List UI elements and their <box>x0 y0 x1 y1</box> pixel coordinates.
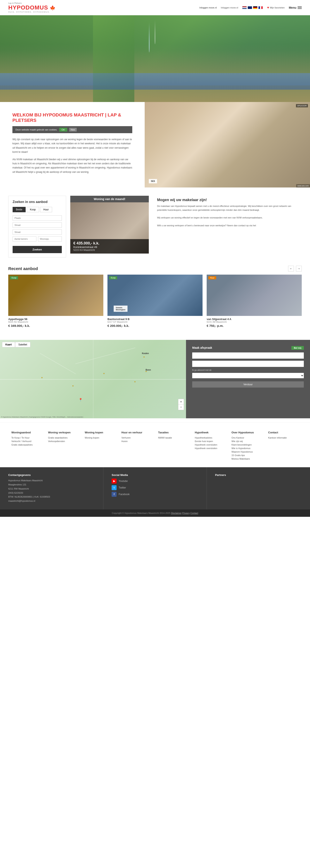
footer-link[interactable]: NWWI taxatie <box>158 436 189 439</box>
footer-col-title: Woningaanbod <box>11 431 42 434</box>
makelaar-title: Mogen wij uw makelaar zijn! <box>157 198 298 202</box>
footer-link[interactable]: Ons Kantoor <box>231 436 262 439</box>
property-address: van Slijpestraat 4 A <box>207 317 302 321</box>
search-street2-field <box>12 229 62 235</box>
place-input[interactable] <box>12 215 62 221</box>
arrow-right[interactable]: → <box>296 266 302 272</box>
favorites-link[interactable]: ♥ Mijn favorieten <box>267 6 285 9</box>
footer-link[interactable]: Klant beoordelingen <box>231 443 262 446</box>
property-card: Huur van Slijpestraat 4 A 6215 3M Maastr… <box>207 275 302 328</box>
footer-link[interactable]: Verhuren <box>121 436 152 439</box>
hero-image <box>0 15 310 102</box>
welcome-paragraph-2: Als NVM makelaar uit Maastricht bieden w… <box>12 157 132 174</box>
footer-column: Over HypodomusOns KantoorWie zijn wijKla… <box>228 431 265 461</box>
zoom-out-button[interactable]: − <box>178 404 184 410</box>
tab-rent[interactable]: Huur <box>40 207 52 212</box>
map-tab-kaart[interactable]: Kaart <box>2 342 15 347</box>
contact-phone-input[interactable] <box>192 361 304 367</box>
tab-buy[interactable]: Koop <box>27 207 39 212</box>
search-button[interactable]: Zoeken <box>12 246 62 253</box>
flags <box>242 6 263 9</box>
search-tabs: Beide Koop Huur <box>12 207 62 212</box>
footer-link[interactable]: Kantoor informatie <box>268 436 299 439</box>
footer-link[interactable]: Gratis stakoopadvies <box>11 443 42 446</box>
welcome-left: WELKOM BIJ HYPODOMUS MAASTRICHT | LAP & … <box>0 102 145 187</box>
rooms-input[interactable] <box>12 237 36 242</box>
welcome-right-image: SPILKOOR SES www.ses.com <box>145 102 310 187</box>
footer-link[interactable]: 15 Gratis tips <box>231 454 262 457</box>
social-item-facebook[interactable]: f Facebook <box>112 492 198 497</box>
footer-link[interactable]: Hypotheekadvies <box>195 436 225 439</box>
facebook-icon: f <box>112 492 117 497</box>
street-input[interactable] <box>12 222 62 228</box>
footer-social-area: Social Media ▶ Youtube t Twitter f Faceb… <box>103 467 206 509</box>
footer-link[interactable]: Verkocht / Verhuurd <box>11 440 42 442</box>
social-item-youtube[interactable]: ▶ Youtube <box>112 478 198 484</box>
flag-de[interactable] <box>253 6 257 9</box>
bel-mij-button[interactable]: Bel mij <box>291 346 304 350</box>
property-image: Koop SmeetsWonington <box>108 275 202 316</box>
search-box: Zoeken in ons aanbod Beide Koop Huur Zoe… <box>8 196 66 257</box>
featured-city: 5215 KA Maastricht <box>73 249 146 251</box>
property-price: € 349.000,- k.k. <box>8 324 103 328</box>
social-item-twitter[interactable]: t Twitter <box>112 485 198 490</box>
login-label: Inloggen move.nl <box>221 6 238 9</box>
twitter-icon: t <box>112 485 117 490</box>
tab-both[interactable]: Beide <box>12 207 26 212</box>
property-city: 6025 KE Maastricht <box>8 321 103 323</box>
featured-label: Woning van de maand! <box>70 196 149 202</box>
login-link[interactable]: Inloggen move.nl <box>199 6 217 9</box>
property-badge: Koop <box>10 276 18 279</box>
contact-agree-select[interactable] <box>192 373 304 378</box>
footer-partners-title: Partners <box>215 473 302 476</box>
van-logo: SmeetsWonington <box>114 306 128 312</box>
footer-partners-area: Partners <box>207 467 310 509</box>
footer-column: TaxatiesNWWI taxatie <box>155 431 192 461</box>
map-section: Keulen Bonn 📍 + − © Hypodomus Makelaars … <box>0 340 310 418</box>
cookie-nee-button[interactable]: Nee <box>69 128 77 131</box>
search-street-field <box>12 222 62 228</box>
footer-col-title: Over Hypodomus <box>231 431 262 434</box>
footer-link[interactable]: Gratis waardadvies <box>48 436 79 439</box>
spilkoor-badge: SPILKOOR <box>296 104 308 107</box>
menu-button[interactable]: Menu <box>289 6 302 9</box>
property-card: Koop SmeetsWonington Bastionstraat 9 B 6… <box>108 275 202 328</box>
featured-image: Woning van de maand! € 435.000,- k.k. Ko… <box>70 196 149 253</box>
flag-nl[interactable] <box>242 6 247 9</box>
flag-gb[interactable] <box>248 6 252 9</box>
footer-link[interactable]: Woning kopen <box>85 436 115 439</box>
footer-link[interactable]: Moeius Makelaars <box>231 458 262 460</box>
social-items: ▶ Youtube t Twitter f Facebook <box>112 478 198 497</box>
privacy-link[interactable]: Privacy <box>182 512 190 514</box>
map-attribution: © Hypodomus Makelaars Maastricht | Kaart… <box>1 416 83 418</box>
footer-link[interactable]: Wie zijn wij <box>231 440 262 442</box>
footer-link[interactable]: Eerste huis kopen <box>195 440 225 442</box>
contact-link[interactable]: Contact <box>190 512 198 514</box>
contact-submit-button[interactable]: Verstuur <box>192 381 304 388</box>
zoom-in-button[interactable]: + <box>178 399 184 404</box>
footer-link[interactable]: Hypotheek oversluiten <box>195 443 225 446</box>
flag-fr[interactable] <box>258 6 263 9</box>
map-tab-satellite[interactable]: Satelliet <box>15 342 31 347</box>
footer-link[interactable]: Verkoopdiensten <box>48 440 79 442</box>
footer-link[interactable]: Hypotheek oversluiten <box>195 447 225 450</box>
street2-input[interactable] <box>12 229 62 235</box>
footer-link[interactable]: Te Koop / Te Huur <box>11 436 42 439</box>
footer-link[interactable]: Wie is Hypodomus <box>231 447 262 450</box>
featured-street: Koninksemstraat 49 <box>73 246 146 249</box>
disclaimer-link[interactable]: Disclaimer <box>171 512 181 514</box>
welcome-section: WELKOM BIJ HYPODOMUS MAASTRICHT | LAP & … <box>0 102 310 187</box>
middle-section: Zoeken in ons aanbod Beide Koop Huur Zoe… <box>0 187 310 261</box>
map-tabs: Kaart Satelliet <box>2 342 30 347</box>
footer-link[interactable]: Huren <box>121 440 152 442</box>
arrow-left[interactable]: ← <box>288 266 294 272</box>
woonopp-input[interactable] <box>38 237 62 242</box>
contact-panel: Maak afspraak Bel mij Ik ga akkoord met … <box>186 340 310 418</box>
contact-name-input[interactable] <box>192 352 304 359</box>
footer-link[interactable]: Waarom Hypodomus <box>231 451 262 453</box>
nav-arrows: ← → <box>288 266 302 272</box>
property-address: Bastionstraat 9 B <box>108 317 202 321</box>
map-container: Keulen Bonn 📍 + − © Hypodomus Makelaars … <box>0 340 186 418</box>
map-visual: Keulen Bonn 📍 + − © Hypodomus Makelaars … <box>0 340 186 418</box>
cookie-ok-button[interactable]: Ok! <box>59 128 67 131</box>
